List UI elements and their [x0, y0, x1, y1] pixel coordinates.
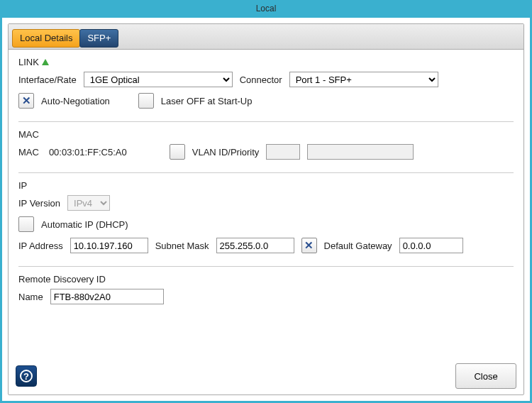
section-remote: Remote Discovery ID Name: [18, 274, 514, 317]
section-link: LINK Interface/Rate 1GE Optical Connecto…: [18, 57, 514, 122]
ip-version-select: IPv4: [67, 195, 110, 211]
default-gateway-label: Default Gateway: [324, 241, 392, 251]
link-title-row: LINK: [18, 57, 514, 67]
close-label: Close: [474, 371, 497, 382]
auto-negotiation-label: Auto-Negotiation: [41, 96, 110, 106]
ip-title: IP: [18, 180, 27, 191]
close-button[interactable]: Close: [455, 363, 516, 389]
dhcp-label: Automatic IP (DHCP): [41, 219, 128, 230]
help-button[interactable]: ?: [16, 365, 37, 387]
footer: ? Close: [9, 358, 523, 394]
window-title: Local: [256, 4, 277, 13]
section-mac: MAC MAC 00:03:01:FF:C5:A0 VLAN ID/Priori…: [18, 129, 514, 173]
laser-off-label: Laser OFF at Start-Up: [161, 96, 253, 106]
name-label: Name: [18, 292, 43, 302]
subnet-mask-input[interactable]: [216, 238, 294, 253]
ip-address-label: IP Address: [18, 241, 63, 251]
help-icon: ?: [20, 370, 33, 382]
name-input[interactable]: [50, 289, 164, 304]
connector-select[interactable]: Port 1 - SFP+: [289, 72, 438, 87]
vlan-checkbox[interactable]: [170, 144, 185, 160]
remote-title: Remote Discovery ID: [18, 274, 106, 285]
default-gateway-checkbox[interactable]: [301, 238, 317, 253]
default-gateway-input[interactable]: [399, 238, 463, 253]
tab-local-details-label: Local Details: [20, 33, 72, 43]
vlan-priority-input: [307, 144, 414, 160]
interface-rate-label: Interface/Rate: [18, 74, 77, 85]
interface-rate-select[interactable]: 1GE Optical: [84, 72, 233, 87]
tab-sfp[interactable]: SFP+: [79, 29, 118, 48]
subnet-mask-label: Subnet Mask: [155, 241, 209, 251]
inner-panel: Local Details SFP+ LINK Interface/Rate: [8, 23, 524, 395]
dhcp-checkbox[interactable]: [18, 216, 34, 232]
vlan-label: VLAN ID/Priority: [192, 147, 260, 158]
form-area: LINK Interface/Rate 1GE Optical Connecto…: [9, 50, 523, 358]
vlan-id-input: [266, 144, 300, 160]
mac-title: MAC: [18, 129, 39, 140]
section-ip: IP IP Version IPv4 Automatic IP (DHCP) I…: [18, 180, 514, 267]
ip-address-input[interactable]: [70, 238, 148, 253]
link-title: LINK: [18, 57, 39, 67]
content-area: Local Details SFP+ LINK Interface/Rate: [2, 18, 530, 401]
auto-negotiation-checkbox[interactable]: [18, 93, 34, 109]
tab-sfp-label: SFP+: [87, 33, 111, 43]
mac-value: 00:03:01:FF:C5:A0: [49, 147, 127, 158]
tab-local-details[interactable]: Local Details: [12, 29, 80, 48]
window: Local Local Details SFP+ LINK: [0, 0, 532, 403]
ip-version-label: IP Version: [18, 198, 60, 209]
titlebar: Local: [2, 2, 530, 18]
link-up-icon: [42, 59, 49, 65]
tab-strip: Local Details SFP+: [9, 24, 523, 50]
connector-label: Connector: [240, 74, 282, 85]
laser-off-checkbox[interactable]: [138, 93, 154, 109]
mac-label: MAC: [18, 147, 39, 158]
